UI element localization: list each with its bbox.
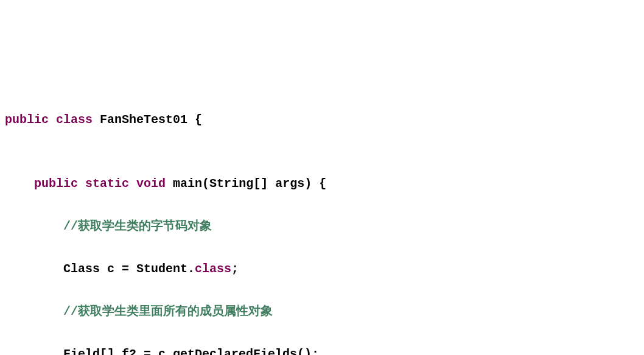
brace: { (187, 113, 202, 127)
code-line-4: //获取学生类的字节码对象 (0, 216, 644, 237)
semicolon: ; (231, 262, 239, 276)
indent (5, 219, 63, 233)
keyword-public: public (34, 177, 78, 191)
method-signature: main(String[] args) { (173, 177, 326, 191)
keyword-class-field: class (195, 262, 231, 276)
indent (5, 177, 34, 191)
comment: //获取学生类里面所有的成员属性对象 (63, 304, 273, 318)
space (93, 113, 100, 127)
code-text: Class c = Student. (63, 262, 195, 276)
code-text: Field[] f2 = c.getDeclaredFields(); (63, 347, 319, 355)
indent (5, 347, 63, 355)
comment: //获取学生类的字节码对象 (63, 219, 212, 233)
space (166, 177, 173, 191)
code-line-3: public static void main(String[] args) { (0, 173, 644, 194)
code-line-7: Field[] f2 = c.getDeclaredFields(); (0, 343, 644, 355)
code-line-1: public class FanSheTest01 { (0, 109, 644, 130)
keyword-void: void (136, 177, 166, 191)
code-editor[interactable]: public class FanSheTest01 { public stati… (0, 88, 644, 355)
space (49, 113, 56, 127)
code-line-6: //获取学生类里面所有的成员属性对象 (0, 301, 644, 322)
space (129, 177, 136, 191)
classname: FanSheTest01 (100, 113, 187, 127)
indent (5, 262, 63, 276)
space (78, 177, 85, 191)
keyword-class: class (56, 113, 93, 127)
keyword-public: public (5, 113, 49, 127)
indent (5, 304, 63, 318)
keyword-static: static (85, 177, 129, 191)
code-line-5: Class c = Student.class; (0, 258, 644, 279)
